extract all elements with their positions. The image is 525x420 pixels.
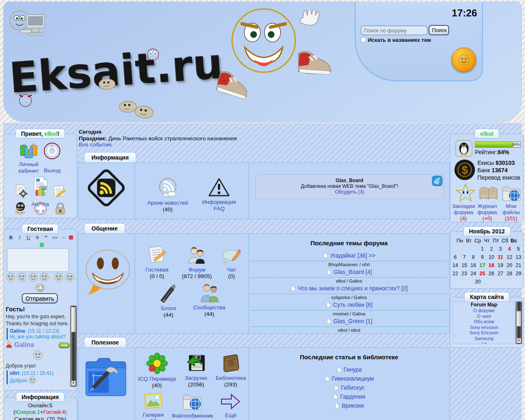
calendar-day[interactable]: 13: [514, 253, 523, 261]
sitemap-link[interactable]: Samsung: [453, 336, 515, 342]
fileshare-item[interactable]: Файлообменник (99): [169, 391, 215, 420]
blogs-item[interactable]: Блоги (44): [154, 283, 183, 318]
calendar-day[interactable]: 16: [469, 262, 478, 269]
calendar-day[interactable]: 26: [487, 270, 496, 278]
calendar-day[interactable]: 29: [514, 270, 523, 278]
smiley-icon[interactable]: [54, 273, 63, 282]
calendar-day[interactable]: 23: [460, 270, 469, 278]
folder-globe-icon[interactable]: [501, 183, 522, 202]
faq-item[interactable]: Информация FAQ: [199, 177, 240, 212]
sitemap-link[interactable]: О форуме: [453, 308, 515, 314]
tab-useful[interactable]: Полезное: [84, 337, 126, 347]
code-button[interactable]: <>: [52, 235, 58, 240]
article-link[interactable]: Вриезия: [342, 402, 364, 409]
smiley-icon[interactable]: [40, 273, 49, 282]
chat-scrollbar[interactable]: ▼: [70, 306, 77, 387]
calendar-day[interactable]: 3: [496, 245, 505, 253]
topic-link[interactable]: Что мы знаем о специях и пряностях? [2]: [298, 285, 408, 292]
settings-doc-icon[interactable]: [14, 184, 28, 198]
calendar-day[interactable]: 6: [451, 253, 460, 261]
reply-badge[interactable]: отв: [59, 342, 70, 348]
scrollbar-thumb[interactable]: [516, 311, 521, 326]
guestbook-message-input[interactable]: [7, 248, 69, 272]
search-button[interactable]: Поиск: [429, 25, 449, 35]
all-events-link[interactable]: Все события: [79, 142, 237, 148]
sidebar-item-profile[interactable]: Личный кабинет: [18, 141, 39, 174]
discuss-link[interactable]: Обсудить (3): [256, 189, 443, 195]
sidebar-item-logout[interactable]: Выход: [42, 141, 62, 174]
calendar-day[interactable]: 15: [460, 262, 469, 269]
underline-button[interactable]: U: [25, 234, 32, 241]
send-button[interactable]: Отправить: [22, 293, 58, 304]
sitemap-link[interactable]: Обо всём: [453, 319, 515, 325]
smiley-icon[interactable]: [29, 273, 38, 282]
calendar-day[interactable]: 28: [505, 270, 514, 278]
calendar-day[interactable]: 1: [478, 245, 487, 253]
scrollbar-thumb[interactable]: [71, 307, 76, 332]
avatar[interactable]: [455, 140, 472, 157]
library-item[interactable]: Библиотека (293): [214, 353, 247, 388]
article-link[interactable]: Гинура: [344, 366, 362, 373]
topic-link[interactable]: Угадайка! [36] >>: [330, 252, 375, 259]
gallery-item[interactable]: Галерея (28): [140, 391, 167, 420]
star-icon[interactable]: [456, 183, 475, 202]
sitemap-link[interactable]: Sony Ericsson: [453, 330, 515, 336]
avatar-art-icon[interactable]: [13, 201, 28, 215]
topic-link[interactable]: Glas_Green [1]: [333, 318, 372, 324]
calendar-day[interactable]: 30: [473, 278, 482, 286]
calendar-day[interactable]: 14: [451, 262, 460, 269]
quote-button[interactable]: “: [43, 234, 49, 241]
sitemap-link[interactable]: Sony ericsson: [453, 325, 515, 331]
bold-button[interactable]: B: [8, 234, 14, 241]
smiley-icon[interactable]: [17, 273, 26, 282]
scroll-down-arrow[interactable]: ▼: [71, 381, 76, 386]
search-titles-radio[interactable]: [361, 37, 366, 43]
strike-button[interactable]: S: [34, 234, 40, 241]
downloads-item[interactable]: Загрузки (2056): [181, 353, 211, 388]
smiley-icon[interactable]: [65, 273, 74, 282]
calendar-day[interactable]: 20: [505, 262, 514, 269]
more-services-item[interactable]: Ещё Сервисы: [218, 391, 243, 420]
calendar-day[interactable]: 18: [487, 262, 496, 269]
calendar-day[interactable]: 24: [469, 270, 478, 278]
transfer-link[interactable]: Перевод екисов: [477, 174, 520, 181]
calendar-day[interactable]: 4: [505, 245, 514, 253]
communities-item[interactable]: Сообщества (44): [189, 283, 229, 317]
tab-information[interactable]: Информация: [84, 152, 136, 162]
site-logo[interactable]: Eksait.ru: [8, 39, 224, 103]
medical-icon[interactable]: [34, 201, 48, 215]
open-book-icon[interactable]: [478, 185, 499, 202]
rss-sign-icon[interactable]: [84, 166, 128, 210]
calendar-day[interactable]: 22: [451, 270, 460, 278]
topic-link[interactable]: Суть любви [8]: [333, 301, 372, 308]
sitemap-link[interactable]: О чате: [453, 314, 515, 320]
notes-icon[interactable]: [52, 184, 66, 198]
smiley-icon[interactable]: [6, 273, 15, 282]
italic-button[interactable]: I: [16, 234, 23, 241]
calendar-day[interactable]: 21: [514, 262, 523, 269]
calendar-day[interactable]: 12: [505, 253, 514, 261]
calendar-day[interactable]: 11: [496, 253, 505, 261]
green-color-button[interactable]: [40, 243, 44, 247]
guestbook-item[interactable]: Гостевая (0 / 0): [140, 244, 174, 280]
username-link[interactable]: Galina: [14, 341, 34, 348]
search-input[interactable]: [361, 25, 428, 35]
link-button[interactable]: ∞: [61, 234, 67, 241]
sitemap-link[interactable]: Lg: [453, 341, 515, 344]
topic-link[interactable]: Glas_Board [4]: [333, 269, 372, 275]
calendar-day[interactable]: 25: [478, 270, 487, 278]
calendar-day[interactable]: 7: [460, 253, 469, 261]
article-link[interactable]: Гибискус: [341, 384, 365, 391]
sitemap-scrollbar[interactable]: ▼: [516, 301, 522, 344]
statistics-icon[interactable]: [33, 184, 47, 198]
calendar-day[interactable]: 5: [514, 245, 523, 253]
username-link[interactable]: elkol: [14, 386, 29, 387]
more-smileys-button[interactable]: [36, 283, 44, 292]
calendar-day[interactable]: 10: [487, 253, 496, 261]
news-archive-item[interactable]: Архив новостей (40): [144, 177, 192, 213]
user-box-title[interactable]: elkol: [475, 129, 499, 139]
calendar-day[interactable]: 2: [487, 245, 496, 253]
article-link[interactable]: Гимнокалициум: [332, 375, 374, 382]
article-link[interactable]: Гардения: [340, 393, 365, 400]
smiley-button[interactable]: [452, 48, 476, 72]
